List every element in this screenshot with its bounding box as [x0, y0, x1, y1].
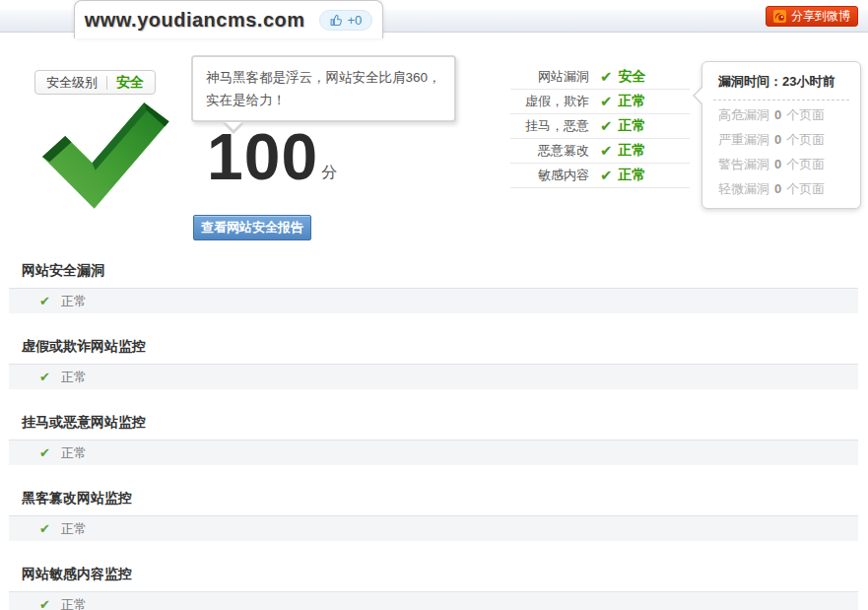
check-label: 网站漏洞 — [510, 68, 589, 86]
section-fraud-monitoring: 虚假或欺诈网站监控 ✔ 正常 — [0, 334, 868, 389]
security-check-page: www.youdiancms.com +0 分享到微博 安全级别 安全 — [0, 0, 868, 610]
section-status-bar: ✔ 正常 — [9, 515, 858, 541]
check-status: 正常 — [619, 117, 646, 135]
section-title: 黑客篡改网站监控 — [22, 486, 858, 515]
check-label: 敏感内容 — [510, 167, 589, 184]
vuln-row-minor: 轻微漏洞 0 个页面 — [702, 176, 860, 201]
score-value: 100 — [207, 126, 318, 187]
security-level-value: 安全 — [116, 74, 144, 92]
section-title: 网站安全漏洞 — [22, 258, 858, 288]
section-status-bar: ✔ 正常 — [9, 288, 858, 313]
tooltip-line2: 实在是给力！ — [206, 89, 441, 111]
site-tab[interactable]: www.youdiancms.com +0 — [74, 0, 383, 38]
section-title: 虚假或欺诈网站监控 — [22, 334, 858, 364]
big-green-checkmark-icon — [28, 99, 173, 215]
checkmark-icon: ✔ — [39, 597, 50, 610]
checkmark-icon: ✔ — [39, 370, 50, 384]
vuln-row-high-risk: 高危漏洞 0 个页面 — [702, 102, 860, 127]
check-label: 挂马，恶意 — [510, 117, 589, 135]
vuln-unit: 个页面 — [786, 156, 825, 173]
vuln-label: 警告漏洞 — [718, 156, 769, 173]
share-to-weibo-button[interactable]: 分享到微博 — [766, 6, 858, 27]
check-row-tampering: 恶意篡改 ✔ 正常 — [510, 139, 690, 164]
check-row-vulnerability: 网站漏洞 ✔ 安全 — [510, 65, 690, 90]
section-status: 正常 — [61, 369, 87, 386]
vuln-count: 0 — [774, 181, 781, 196]
security-level-badge: 安全级别 安全 — [34, 70, 156, 95]
site-domain: www.youdiancms.com — [85, 9, 305, 32]
thumbs-up-icon — [330, 14, 343, 27]
check-status: 安全 — [619, 68, 646, 86]
check-status: 正常 — [619, 142, 646, 160]
section-status: 正常 — [61, 520, 87, 538]
checkmark-icon: ✔ — [39, 445, 50, 460]
vuln-label: 轻微漏洞 — [718, 180, 769, 198]
like-button[interactable]: +0 — [319, 10, 373, 31]
section-hacker-tampering-monitoring: 黑客篡改网站监控 ✔ 正常 — [0, 486, 868, 541]
check-row-sensitive-content: 敏感内容 ✔ 正常 — [510, 164, 690, 188]
check-label: 恶意篡改 — [510, 142, 589, 160]
vuln-row-warning: 警告漏洞 0 个页面 — [702, 152, 860, 176]
weibo-icon — [773, 10, 786, 23]
section-status: 正常 — [61, 444, 87, 462]
section-status: 正常 — [61, 596, 87, 610]
vuln-unit: 个页面 — [786, 131, 825, 149]
section-title: 挂马或恶意网站监控 — [22, 410, 858, 440]
vuln-count: 0 — [774, 132, 781, 147]
checkmark-icon: ✔ — [600, 142, 613, 160]
section-website-vulnerability: 网站安全漏洞 ✔ 正常 — [0, 258, 868, 313]
check-status: 正常 — [619, 93, 646, 110]
view-report-button[interactable]: 查看网站安全报告 — [193, 215, 311, 240]
checkmark-icon: ✔ — [600, 68, 613, 86]
vuln-label: 高危漏洞 — [718, 106, 769, 124]
section-status-bar: ✔ 正常 — [9, 440, 858, 465]
tooltip-bubble: 神马黑客都是浮云，网站安全比肩360， 实在是给力！ — [191, 55, 456, 122]
vuln-count: 0 — [774, 107, 781, 122]
vulnerability-panel-title: 漏洞时间：23小时前 — [702, 73, 860, 100]
section-malware-monitoring: 挂马或恶意网站监控 ✔ 正常 — [0, 410, 868, 465]
checkmark-icon: ✔ — [600, 93, 613, 110]
vuln-unit: 个页面 — [786, 180, 825, 198]
check-row-fraud: 虚假，欺诈 ✔ 正常 — [510, 90, 690, 114]
security-level-label: 安全级别 — [46, 74, 98, 92]
checkmark-icon: ✔ — [39, 521, 50, 536]
section-status-bar: ✔ 正常 — [9, 364, 858, 389]
checkmark-icon: ✔ — [600, 167, 613, 184]
section-status: 正常 — [61, 293, 87, 310]
checkmark-icon: ✔ — [39, 294, 50, 308]
vuln-label: 严重漏洞 — [718, 131, 769, 149]
like-count: +0 — [348, 13, 363, 28]
share-button-label: 分享到微博 — [791, 8, 850, 25]
checkmark-icon: ✔ — [600, 117, 613, 135]
vuln-unit: 个页面 — [786, 106, 825, 124]
tooltip-line1: 神马黑客都是浮云，网站安全比肩360， — [206, 66, 441, 89]
check-status: 正常 — [619, 167, 646, 184]
report-sections: 网站安全漏洞 ✔ 正常 虚假或欺诈网站监控 ✔ 正常 挂马或恶意网站监控 ✔ 正… — [0, 258, 868, 610]
check-label: 虚假，欺诈 — [510, 93, 589, 110]
dashed-divider — [713, 100, 849, 101]
score-unit: 分 — [321, 163, 337, 183]
section-title: 网站敏感内容监控 — [22, 562, 858, 591]
security-score: 100 分 — [207, 126, 337, 187]
section-sensitive-content-monitoring: 网站敏感内容监控 ✔ 正常 — [0, 562, 868, 610]
section-status-bar: ✔ 正常 — [9, 591, 858, 610]
status-check-list: 网站漏洞 ✔ 安全 虚假，欺诈 ✔ 正常 挂马，恶意 ✔ 正常 恶意篡改 ✔ 正… — [510, 65, 690, 188]
check-row-malware: 挂马，恶意 ✔ 正常 — [510, 114, 690, 139]
vulnerability-panel: 漏洞时间：23小时前 高危漏洞 0 个页面 严重漏洞 0 个页面 警告漏洞 0 … — [701, 61, 861, 209]
vuln-count: 0 — [774, 157, 781, 171]
badge-divider — [106, 76, 107, 90]
vuln-row-severe: 严重漏洞 0 个页面 — [702, 127, 860, 152]
